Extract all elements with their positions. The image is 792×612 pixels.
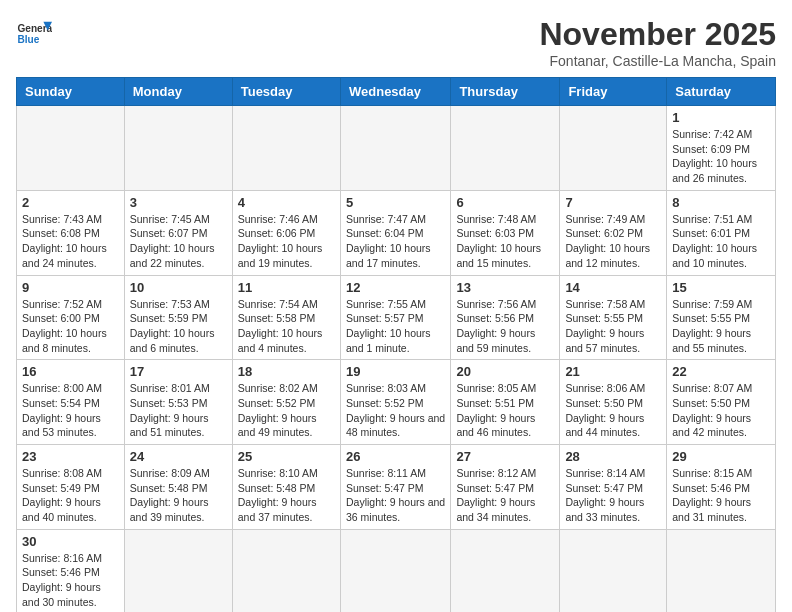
day-number: 16 <box>22 364 119 379</box>
day-number: 19 <box>346 364 445 379</box>
svg-text:Blue: Blue <box>17 34 39 45</box>
day-info: Sunrise: 7:52 AM Sunset: 6:00 PM Dayligh… <box>22 297 119 356</box>
calendar-header-row: SundayMondayTuesdayWednesdayThursdayFrid… <box>17 78 776 106</box>
column-header-saturday: Saturday <box>667 78 776 106</box>
day-number: 28 <box>565 449 661 464</box>
calendar-cell <box>667 529 776 612</box>
calendar-cell: 27Sunrise: 8:12 AM Sunset: 5:47 PM Dayli… <box>451 445 560 530</box>
location-subtitle: Fontanar, Castille-La Mancha, Spain <box>539 53 776 69</box>
calendar-cell: 24Sunrise: 8:09 AM Sunset: 5:48 PM Dayli… <box>124 445 232 530</box>
calendar-cell <box>124 106 232 191</box>
calendar-cell: 11Sunrise: 7:54 AM Sunset: 5:58 PM Dayli… <box>232 275 340 360</box>
day-number: 15 <box>672 280 770 295</box>
day-number: 9 <box>22 280 119 295</box>
day-info: Sunrise: 8:05 AM Sunset: 5:51 PM Dayligh… <box>456 381 554 440</box>
column-header-wednesday: Wednesday <box>340 78 450 106</box>
day-info: Sunrise: 8:03 AM Sunset: 5:52 PM Dayligh… <box>346 381 445 440</box>
day-number: 14 <box>565 280 661 295</box>
day-info: Sunrise: 8:00 AM Sunset: 5:54 PM Dayligh… <box>22 381 119 440</box>
day-number: 26 <box>346 449 445 464</box>
calendar-cell: 8Sunrise: 7:51 AM Sunset: 6:01 PM Daylig… <box>667 190 776 275</box>
day-number: 12 <box>346 280 445 295</box>
month-title: November 2025 <box>539 16 776 53</box>
calendar-week-row: 9Sunrise: 7:52 AM Sunset: 6:00 PM Daylig… <box>17 275 776 360</box>
calendar-table: SundayMondayTuesdayWednesdayThursdayFrid… <box>16 77 776 612</box>
day-number: 7 <box>565 195 661 210</box>
day-number: 13 <box>456 280 554 295</box>
column-header-tuesday: Tuesday <box>232 78 340 106</box>
day-number: 27 <box>456 449 554 464</box>
day-number: 18 <box>238 364 335 379</box>
day-number: 11 <box>238 280 335 295</box>
calendar-cell: 10Sunrise: 7:53 AM Sunset: 5:59 PM Dayli… <box>124 275 232 360</box>
calendar-cell: 3Sunrise: 7:45 AM Sunset: 6:07 PM Daylig… <box>124 190 232 275</box>
day-info: Sunrise: 7:48 AM Sunset: 6:03 PM Dayligh… <box>456 212 554 271</box>
column-header-sunday: Sunday <box>17 78 125 106</box>
calendar-cell: 1Sunrise: 7:42 AM Sunset: 6:09 PM Daylig… <box>667 106 776 191</box>
day-info: Sunrise: 8:12 AM Sunset: 5:47 PM Dayligh… <box>456 466 554 525</box>
title-area: November 2025 Fontanar, Castille-La Manc… <box>539 16 776 69</box>
day-info: Sunrise: 7:59 AM Sunset: 5:55 PM Dayligh… <box>672 297 770 356</box>
calendar-cell <box>232 529 340 612</box>
calendar-cell: 16Sunrise: 8:00 AM Sunset: 5:54 PM Dayli… <box>17 360 125 445</box>
calendar-cell: 23Sunrise: 8:08 AM Sunset: 5:49 PM Dayli… <box>17 445 125 530</box>
calendar-cell <box>340 529 450 612</box>
day-number: 29 <box>672 449 770 464</box>
day-info: Sunrise: 7:42 AM Sunset: 6:09 PM Dayligh… <box>672 127 770 186</box>
day-info: Sunrise: 7:46 AM Sunset: 6:06 PM Dayligh… <box>238 212 335 271</box>
logo-icon: General Blue <box>16 16 52 52</box>
calendar-cell: 5Sunrise: 7:47 AM Sunset: 6:04 PM Daylig… <box>340 190 450 275</box>
logo: General Blue <box>16 16 52 52</box>
day-info: Sunrise: 8:15 AM Sunset: 5:46 PM Dayligh… <box>672 466 770 525</box>
calendar-week-row: 16Sunrise: 8:00 AM Sunset: 5:54 PM Dayli… <box>17 360 776 445</box>
calendar-week-row: 23Sunrise: 8:08 AM Sunset: 5:49 PM Dayli… <box>17 445 776 530</box>
day-number: 10 <box>130 280 227 295</box>
day-info: Sunrise: 7:53 AM Sunset: 5:59 PM Dayligh… <box>130 297 227 356</box>
day-number: 20 <box>456 364 554 379</box>
calendar-cell: 2Sunrise: 7:43 AM Sunset: 6:08 PM Daylig… <box>17 190 125 275</box>
calendar-cell <box>232 106 340 191</box>
calendar-cell: 21Sunrise: 8:06 AM Sunset: 5:50 PM Dayli… <box>560 360 667 445</box>
calendar-cell <box>124 529 232 612</box>
day-number: 8 <box>672 195 770 210</box>
day-number: 3 <box>130 195 227 210</box>
calendar-cell: 29Sunrise: 8:15 AM Sunset: 5:46 PM Dayli… <box>667 445 776 530</box>
calendar-cell: 12Sunrise: 7:55 AM Sunset: 5:57 PM Dayli… <box>340 275 450 360</box>
calendar-cell <box>451 529 560 612</box>
day-number: 30 <box>22 534 119 549</box>
day-number: 22 <box>672 364 770 379</box>
column-header-monday: Monday <box>124 78 232 106</box>
calendar-cell: 7Sunrise: 7:49 AM Sunset: 6:02 PM Daylig… <box>560 190 667 275</box>
day-info: Sunrise: 8:01 AM Sunset: 5:53 PM Dayligh… <box>130 381 227 440</box>
day-info: Sunrise: 7:47 AM Sunset: 6:04 PM Dayligh… <box>346 212 445 271</box>
calendar-cell: 17Sunrise: 8:01 AM Sunset: 5:53 PM Dayli… <box>124 360 232 445</box>
calendar-cell: 19Sunrise: 8:03 AM Sunset: 5:52 PM Dayli… <box>340 360 450 445</box>
calendar-cell: 25Sunrise: 8:10 AM Sunset: 5:48 PM Dayli… <box>232 445 340 530</box>
calendar-cell: 9Sunrise: 7:52 AM Sunset: 6:00 PM Daylig… <box>17 275 125 360</box>
day-info: Sunrise: 8:07 AM Sunset: 5:50 PM Dayligh… <box>672 381 770 440</box>
calendar-cell <box>451 106 560 191</box>
calendar-cell: 15Sunrise: 7:59 AM Sunset: 5:55 PM Dayli… <box>667 275 776 360</box>
day-number: 6 <box>456 195 554 210</box>
day-number: 1 <box>672 110 770 125</box>
column-header-friday: Friday <box>560 78 667 106</box>
day-info: Sunrise: 8:10 AM Sunset: 5:48 PM Dayligh… <box>238 466 335 525</box>
day-number: 23 <box>22 449 119 464</box>
column-header-thursday: Thursday <box>451 78 560 106</box>
day-number: 24 <box>130 449 227 464</box>
day-number: 2 <box>22 195 119 210</box>
calendar-week-row: 1Sunrise: 7:42 AM Sunset: 6:09 PM Daylig… <box>17 106 776 191</box>
day-number: 21 <box>565 364 661 379</box>
day-number: 4 <box>238 195 335 210</box>
day-number: 25 <box>238 449 335 464</box>
day-info: Sunrise: 8:11 AM Sunset: 5:47 PM Dayligh… <box>346 466 445 525</box>
day-info: Sunrise: 8:02 AM Sunset: 5:52 PM Dayligh… <box>238 381 335 440</box>
day-info: Sunrise: 7:58 AM Sunset: 5:55 PM Dayligh… <box>565 297 661 356</box>
calendar-cell: 20Sunrise: 8:05 AM Sunset: 5:51 PM Dayli… <box>451 360 560 445</box>
calendar-cell <box>340 106 450 191</box>
day-info: Sunrise: 8:08 AM Sunset: 5:49 PM Dayligh… <box>22 466 119 525</box>
day-info: Sunrise: 7:45 AM Sunset: 6:07 PM Dayligh… <box>130 212 227 271</box>
day-number: 5 <box>346 195 445 210</box>
calendar-cell: 28Sunrise: 8:14 AM Sunset: 5:47 PM Dayli… <box>560 445 667 530</box>
day-info: Sunrise: 8:14 AM Sunset: 5:47 PM Dayligh… <box>565 466 661 525</box>
